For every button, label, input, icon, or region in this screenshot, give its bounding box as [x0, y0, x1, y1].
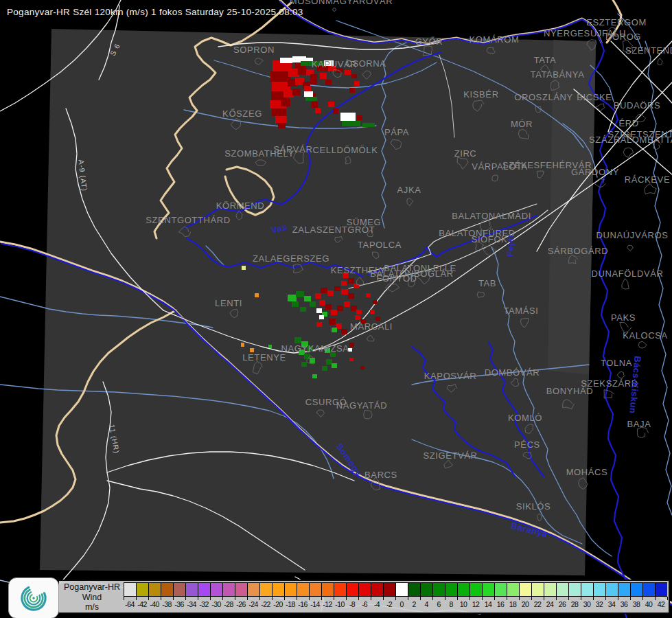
map-title: Poganyvar-HR Szél 120km (m/s) 1 fokos Sa… — [7, 7, 303, 17]
city-label: CELLDÖMÖLK — [313, 145, 378, 155]
legend-value: 6 — [432, 600, 445, 608]
city-label: MARCALI — [350, 321, 393, 332]
city-label: TOLNA — [601, 358, 632, 368]
legend-value: 0 — [395, 600, 408, 608]
city-label: TAPOLCA — [358, 240, 402, 250]
city-label: MOSONMAGYARÓVÁR — [290, 0, 393, 6]
echo-cell — [332, 328, 337, 332]
echo-cell — [304, 296, 311, 301]
legend-box--8 — [346, 582, 358, 597]
legend-box-18 — [507, 582, 519, 597]
echo-cell — [348, 278, 354, 284]
legend-box-22 — [531, 582, 544, 597]
legend-box--2 — [383, 582, 395, 597]
legend-box--36 — [173, 582, 185, 597]
legend-box-14 — [482, 582, 494, 597]
echo-cell — [375, 317, 380, 321]
city-label: GÁRDONY — [571, 167, 619, 177]
legend-box-24 — [544, 582, 556, 597]
legend-value: 22 — [531, 600, 544, 608]
legend-value: -38 — [161, 600, 173, 608]
legend-unit: m/s — [60, 602, 124, 613]
legend-box--24 — [247, 582, 259, 597]
legend-value: -26 — [235, 600, 247, 608]
legend-value: -2 — [383, 600, 395, 608]
echo-cell — [341, 281, 347, 286]
city-label: FONYÓD — [376, 273, 417, 284]
echo-cell — [272, 108, 286, 116]
radar-coverage-overlap — [548, 40, 596, 374]
legend-box-40 — [642, 582, 655, 597]
city-label: SIKLÓS — [516, 501, 551, 512]
city-label: DUNAFÖLDVÁR — [592, 268, 664, 279]
echo-cell — [354, 284, 359, 288]
echo-cell — [310, 74, 317, 84]
echo-cell — [332, 363, 337, 368]
legend-value: -24 — [247, 600, 259, 608]
legend-value: 34 — [605, 600, 618, 608]
echo-cell — [298, 68, 307, 75]
city-label: ÉRD — [618, 118, 638, 128]
echo-cell — [275, 116, 287, 123]
echo-cell — [310, 301, 316, 307]
legend-value: 40 — [642, 600, 655, 608]
legend-value: -18 — [284, 600, 297, 608]
echo-cell — [351, 74, 357, 78]
city-label: CSORNA — [345, 58, 386, 69]
echo-cell — [300, 307, 306, 312]
legend-box-16 — [494, 582, 507, 597]
echo-cell — [321, 288, 327, 293]
echo-cell — [242, 266, 246, 270]
echo-cell — [341, 289, 348, 295]
city-label: MÓR — [511, 119, 533, 129]
city-label: LENTI — [215, 298, 242, 308]
legend-panel: Poganyvar-HR Wind m/s -64-42-40-38-36-34… — [58, 580, 670, 614]
legend-value: 8 — [445, 600, 457, 608]
echo-cell — [327, 290, 334, 296]
legend-box--12 — [321, 582, 334, 597]
legend-box--20 — [272, 582, 284, 597]
echo-cell — [283, 90, 294, 98]
echo-cell — [349, 343, 354, 347]
legend-box--18 — [284, 582, 297, 597]
legend-value: 16 — [494, 600, 507, 608]
legend-box-34 — [605, 582, 618, 597]
echo-cell — [278, 123, 286, 128]
city-label: TATA — [534, 55, 557, 65]
echo-cell — [342, 121, 360, 126]
legend-value: -22 — [259, 600, 272, 608]
echo-cell — [331, 310, 337, 315]
legend-box--16 — [297, 582, 309, 597]
legend-value: -8 — [346, 600, 358, 608]
city-label: PÉCS — [514, 439, 540, 450]
city-label: BALATONALMÁDI — [452, 211, 531, 221]
echo-cell — [360, 366, 364, 369]
city-label: SÁRBOGÁRD — [548, 246, 608, 256]
legend-param: Wind — [60, 593, 124, 603]
legend-value: -14 — [309, 600, 321, 608]
echo-cell — [288, 69, 299, 77]
city-label: KALOCSA — [623, 330, 668, 341]
echo-cell — [292, 301, 299, 307]
city-label: NAGYKANIZSA — [281, 343, 349, 354]
echo-cell — [319, 300, 325, 306]
legend-value: -10 — [334, 600, 346, 608]
legend-value: 28 — [568, 600, 581, 608]
city-label: BARCS — [364, 470, 397, 480]
city-label: PAKS — [611, 312, 636, 323]
brand-logo[interactable] — [8, 577, 59, 618]
city-label: ZALAEGERSZEG — [253, 253, 329, 264]
legend-box--64 — [124, 582, 136, 597]
city-label: TAB — [478, 278, 496, 288]
city-label: KAPOSVÁR — [424, 371, 476, 381]
city-label: DOROG — [605, 32, 641, 42]
echo-cell — [337, 306, 343, 311]
city-label: KOMÁROM — [470, 34, 520, 45]
legend-value: 26 — [556, 600, 568, 608]
echo-cell — [241, 343, 244, 347]
city-label: ESZTERGOM — [586, 17, 647, 27]
city-label: SZOMBATHELY — [224, 148, 294, 159]
legend-value: 2 — [408, 600, 420, 608]
legend-box--6 — [358, 582, 371, 597]
echo-cell — [329, 319, 336, 325]
